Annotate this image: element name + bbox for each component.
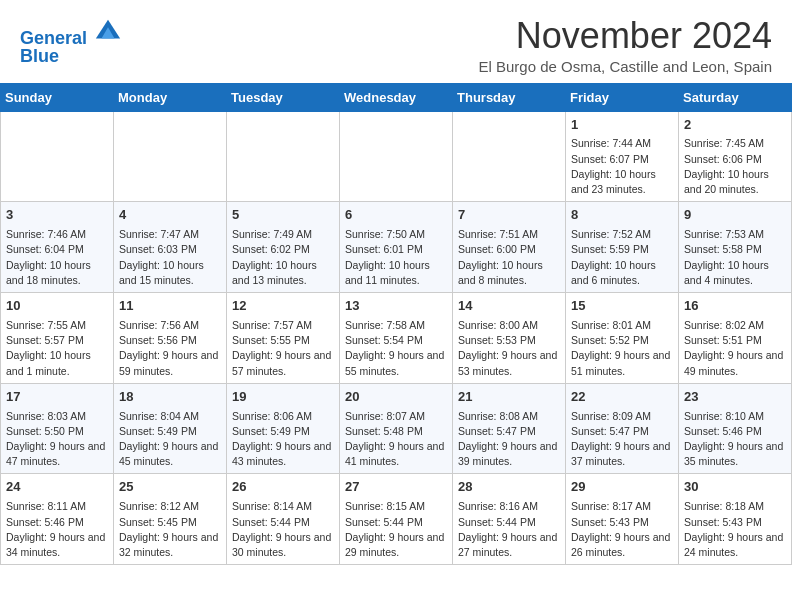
- day-number: 1: [571, 116, 673, 135]
- calendar-cell: 27Sunrise: 8:15 AMSunset: 5:44 PMDayligh…: [340, 474, 453, 565]
- calendar-cell: 21Sunrise: 8:08 AMSunset: 5:47 PMDayligh…: [453, 383, 566, 474]
- day-info: Sunrise: 8:06 AMSunset: 5:49 PMDaylight:…: [232, 409, 334, 470]
- calendar-cell: 8Sunrise: 7:52 AMSunset: 5:59 PMDaylight…: [566, 202, 679, 293]
- calendar-cell: 19Sunrise: 8:06 AMSunset: 5:49 PMDayligh…: [227, 383, 340, 474]
- calendar-cell: 5Sunrise: 7:49 AMSunset: 6:02 PMDaylight…: [227, 202, 340, 293]
- calendar-week-2: 3Sunrise: 7:46 AMSunset: 6:04 PMDaylight…: [1, 202, 792, 293]
- day-number: 22: [571, 388, 673, 407]
- calendar-week-5: 24Sunrise: 8:11 AMSunset: 5:46 PMDayligh…: [1, 474, 792, 565]
- weekday-header-friday: Friday: [566, 83, 679, 111]
- day-number: 25: [119, 478, 221, 497]
- day-number: 13: [345, 297, 447, 316]
- day-info: Sunrise: 7:58 AMSunset: 5:54 PMDaylight:…: [345, 318, 447, 379]
- day-number: 2: [684, 116, 786, 135]
- day-info: Sunrise: 7:51 AMSunset: 6:00 PMDaylight:…: [458, 227, 560, 288]
- calendar-cell: 14Sunrise: 8:00 AMSunset: 5:53 PMDayligh…: [453, 293, 566, 384]
- weekday-header-wednesday: Wednesday: [340, 83, 453, 111]
- day-info: Sunrise: 7:47 AMSunset: 6:03 PMDaylight:…: [119, 227, 221, 288]
- day-info: Sunrise: 7:56 AMSunset: 5:56 PMDaylight:…: [119, 318, 221, 379]
- calendar-cell: [227, 111, 340, 202]
- day-info: Sunrise: 7:49 AMSunset: 6:02 PMDaylight:…: [232, 227, 334, 288]
- day-number: 19: [232, 388, 334, 407]
- day-number: 10: [6, 297, 108, 316]
- day-info: Sunrise: 8:11 AMSunset: 5:46 PMDaylight:…: [6, 499, 108, 560]
- day-info: Sunrise: 8:04 AMSunset: 5:49 PMDaylight:…: [119, 409, 221, 470]
- day-info: Sunrise: 8:07 AMSunset: 5:48 PMDaylight:…: [345, 409, 447, 470]
- calendar-cell: 28Sunrise: 8:16 AMSunset: 5:44 PMDayligh…: [453, 474, 566, 565]
- day-info: Sunrise: 8:01 AMSunset: 5:52 PMDaylight:…: [571, 318, 673, 379]
- calendar-cell: 26Sunrise: 8:14 AMSunset: 5:44 PMDayligh…: [227, 474, 340, 565]
- day-info: Sunrise: 8:14 AMSunset: 5:44 PMDaylight:…: [232, 499, 334, 560]
- calendar-cell: 10Sunrise: 7:55 AMSunset: 5:57 PMDayligh…: [1, 293, 114, 384]
- day-info: Sunrise: 8:02 AMSunset: 5:51 PMDaylight:…: [684, 318, 786, 379]
- logo-text: General: [20, 16, 122, 50]
- day-number: 28: [458, 478, 560, 497]
- calendar-cell: 1Sunrise: 7:44 AMSunset: 6:07 PMDaylight…: [566, 111, 679, 202]
- calendar-cell: 9Sunrise: 7:53 AMSunset: 5:58 PMDaylight…: [679, 202, 792, 293]
- day-info: Sunrise: 7:52 AMSunset: 5:59 PMDaylight:…: [571, 227, 673, 288]
- title-area: November 2024 El Burgo de Osma, Castille…: [478, 16, 772, 75]
- calendar-cell: 29Sunrise: 8:17 AMSunset: 5:43 PMDayligh…: [566, 474, 679, 565]
- calendar-cell: 22Sunrise: 8:09 AMSunset: 5:47 PMDayligh…: [566, 383, 679, 474]
- day-number: 27: [345, 478, 447, 497]
- day-number: 15: [571, 297, 673, 316]
- day-number: 20: [345, 388, 447, 407]
- day-info: Sunrise: 7:50 AMSunset: 6:01 PMDaylight:…: [345, 227, 447, 288]
- day-number: 24: [6, 478, 108, 497]
- day-number: 3: [6, 206, 108, 225]
- calendar-week-1: 1Sunrise: 7:44 AMSunset: 6:07 PMDaylight…: [1, 111, 792, 202]
- weekday-header-row: SundayMondayTuesdayWednesdayThursdayFrid…: [1, 83, 792, 111]
- day-info: Sunrise: 8:03 AMSunset: 5:50 PMDaylight:…: [6, 409, 108, 470]
- day-info: Sunrise: 7:55 AMSunset: 5:57 PMDaylight:…: [6, 318, 108, 379]
- logo: General Blue: [20, 16, 122, 67]
- day-info: Sunrise: 8:08 AMSunset: 5:47 PMDaylight:…: [458, 409, 560, 470]
- day-number: 26: [232, 478, 334, 497]
- day-info: Sunrise: 8:15 AMSunset: 5:44 PMDaylight:…: [345, 499, 447, 560]
- day-number: 6: [345, 206, 447, 225]
- day-number: 11: [119, 297, 221, 316]
- weekday-header-saturday: Saturday: [679, 83, 792, 111]
- day-number: 17: [6, 388, 108, 407]
- location: El Burgo de Osma, Castille and Leon, Spa…: [478, 58, 772, 75]
- calendar-cell: 23Sunrise: 8:10 AMSunset: 5:46 PMDayligh…: [679, 383, 792, 474]
- day-number: 29: [571, 478, 673, 497]
- calendar-cell: 7Sunrise: 7:51 AMSunset: 6:00 PMDaylight…: [453, 202, 566, 293]
- day-info: Sunrise: 7:53 AMSunset: 5:58 PMDaylight:…: [684, 227, 786, 288]
- calendar-cell: 12Sunrise: 7:57 AMSunset: 5:55 PMDayligh…: [227, 293, 340, 384]
- calendar-cell: 25Sunrise: 8:12 AMSunset: 5:45 PMDayligh…: [114, 474, 227, 565]
- calendar-cell: 11Sunrise: 7:56 AMSunset: 5:56 PMDayligh…: [114, 293, 227, 384]
- weekday-header-monday: Monday: [114, 83, 227, 111]
- day-info: Sunrise: 8:16 AMSunset: 5:44 PMDaylight:…: [458, 499, 560, 560]
- day-number: 16: [684, 297, 786, 316]
- day-number: 7: [458, 206, 560, 225]
- calendar-cell: 15Sunrise: 8:01 AMSunset: 5:52 PMDayligh…: [566, 293, 679, 384]
- calendar-cell: 24Sunrise: 8:11 AMSunset: 5:46 PMDayligh…: [1, 474, 114, 565]
- page-header: General Blue November 2024 El Burgo de O…: [0, 0, 792, 83]
- calendar-cell: 30Sunrise: 8:18 AMSunset: 5:43 PMDayligh…: [679, 474, 792, 565]
- calendar-cell: 13Sunrise: 7:58 AMSunset: 5:54 PMDayligh…: [340, 293, 453, 384]
- calendar-cell: 3Sunrise: 7:46 AMSunset: 6:04 PMDaylight…: [1, 202, 114, 293]
- day-info: Sunrise: 8:12 AMSunset: 5:45 PMDaylight:…: [119, 499, 221, 560]
- day-number: 23: [684, 388, 786, 407]
- day-number: 8: [571, 206, 673, 225]
- calendar-week-3: 10Sunrise: 7:55 AMSunset: 5:57 PMDayligh…: [1, 293, 792, 384]
- day-number: 14: [458, 297, 560, 316]
- day-number: 9: [684, 206, 786, 225]
- day-info: Sunrise: 7:46 AMSunset: 6:04 PMDaylight:…: [6, 227, 108, 288]
- logo-icon: [94, 16, 122, 44]
- calendar-cell: 4Sunrise: 7:47 AMSunset: 6:03 PMDaylight…: [114, 202, 227, 293]
- day-info: Sunrise: 7:45 AMSunset: 6:06 PMDaylight:…: [684, 136, 786, 197]
- calendar-cell: 6Sunrise: 7:50 AMSunset: 6:01 PMDaylight…: [340, 202, 453, 293]
- day-number: 30: [684, 478, 786, 497]
- month-title: November 2024: [478, 16, 772, 56]
- day-number: 21: [458, 388, 560, 407]
- weekday-header-tuesday: Tuesday: [227, 83, 340, 111]
- day-info: Sunrise: 8:10 AMSunset: 5:46 PMDaylight:…: [684, 409, 786, 470]
- day-info: Sunrise: 8:18 AMSunset: 5:43 PMDaylight:…: [684, 499, 786, 560]
- day-info: Sunrise: 8:00 AMSunset: 5:53 PMDaylight:…: [458, 318, 560, 379]
- weekday-header-thursday: Thursday: [453, 83, 566, 111]
- calendar-cell: 2Sunrise: 7:45 AMSunset: 6:06 PMDaylight…: [679, 111, 792, 202]
- calendar-cell: [453, 111, 566, 202]
- day-info: Sunrise: 8:09 AMSunset: 5:47 PMDaylight:…: [571, 409, 673, 470]
- calendar-cell: [340, 111, 453, 202]
